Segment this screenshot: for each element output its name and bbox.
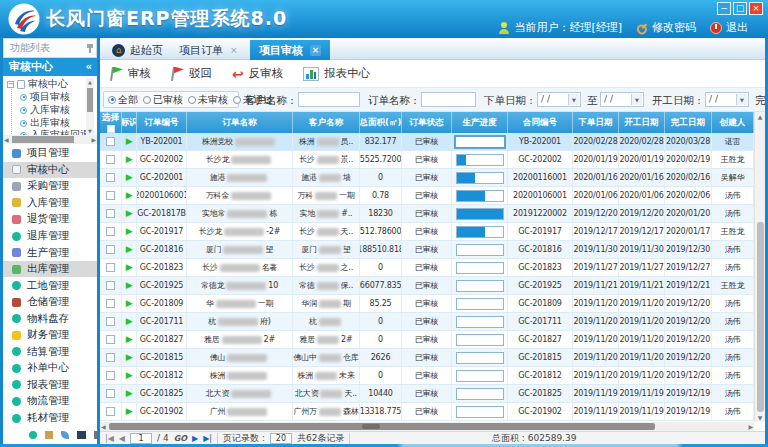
page-number-input[interactable]: 1 [130,433,152,444]
row-checkbox[interactable] [106,227,115,236]
table-row[interactable]: ▶20200106001万科金万科一期0.78已审核20200106001202… [100,187,754,205]
sidebar-item-site[interactable]: 工地管理 [3,277,97,294]
column-header[interactable]: 订单状态 [402,112,452,133]
last-page-button[interactable]: ▶| [203,434,212,443]
sidebar-item-settlement[interactable]: 结算管理 [3,344,97,361]
report-center-button[interactable]: 报表中心 [303,66,370,81]
scroll-right-icon[interactable]: ▶ [91,136,96,143]
sidebar-item-supplement[interactable]: 补单中心 [3,360,97,377]
logout-button[interactable]: 退出 [710,20,748,35]
column-header[interactable]: 总面积(㎡) [360,112,402,133]
column-header[interactable]: 开工日期 [619,112,665,133]
table-row[interactable]: ▶GC-201815佛山佛山中仓库2626已审核GC-2018152019/11… [100,349,754,367]
pin-icon[interactable] [89,44,91,53]
row-checkbox[interactable] [106,281,115,290]
scrollbar-grip[interactable] [362,424,380,429]
column-header[interactable]: 客户名称 [293,112,360,133]
sidebar-item-warehouse[interactable]: 仓储管理 [3,294,97,311]
scroll-down-icon[interactable]: ▼ [86,128,94,134]
sidebar-item-returns[interactable]: 退货管理 [3,211,97,228]
table-row[interactable]: ▶GC-201925常德龙10常德保..266077.835..已审核GC-20… [100,277,754,295]
row-checkbox[interactable] [106,191,115,200]
row-checkbox[interactable] [106,389,115,398]
radio-unaudited[interactable]: 未审核 [188,93,228,107]
scroll-left-icon[interactable]: ◀ [101,423,106,430]
tree-vertical-scrollbar[interactable]: ▲ ▼ [86,78,94,135]
tab-close-icon[interactable]: × [310,45,321,56]
table-row[interactable]: ▶YB-202001株洲党校株洲员..832.177已审核YB-20200120… [100,133,754,151]
sidebar-item-logistics[interactable]: 物流管理 [3,393,97,410]
sidebar-item-audit-center[interactable]: 审核中心 [3,162,97,179]
table-row[interactable]: ▶GC-201711杭府)杭0已审核GC-2017112019/11/20201… [100,313,754,331]
table-row[interactable]: ▶GC-201825北大资北大资天..10440已审核GC-2018252019… [100,385,754,403]
scrollbar-thumb[interactable] [12,136,74,143]
sidebar-item-inventory[interactable]: 物料盘存 [3,310,97,327]
row-checkbox[interactable] [106,155,115,164]
tree-item-project-audit[interactable]: 项目审核 [20,90,70,104]
sidebar-section-header[interactable]: 审核中心 « [3,58,97,76]
table-row[interactable]: ▶GC-201812株洲株洲未来0已审核GC-2018122019/11/202… [100,367,754,385]
tab-close-icon[interactable]: × [230,45,238,55]
collapse-icon[interactable]: « [86,58,92,76]
row-checkbox[interactable] [106,353,115,362]
table-row[interactable]: ▶GC-201817B实地常栋实地#..18230已审核201912200022… [100,205,754,223]
cart-icon[interactable] [45,431,53,439]
table-row[interactable]: ▶GC-201827雅居2#雅居2#0已审核GC-2018272019/11/2… [100,331,754,349]
sidebar-item-purchase[interactable]: 采购管理 [3,178,97,195]
row-checkbox[interactable] [106,263,115,272]
maximize-button[interactable]: □ [733,2,747,15]
column-header[interactable]: 订单编号 [137,112,187,133]
sidebar-item-production[interactable]: 生产管理 [3,244,97,261]
tree-item-inbound-audit[interactable]: 入库审核 [20,103,70,117]
order-name-input[interactable] [421,92,476,107]
sidebar-item-project[interactable]: 项目管理 [3,145,97,162]
sidebar-item-inbound[interactable]: 入库管理 [3,195,97,212]
column-header[interactable]: 标识 [122,112,137,133]
column-header[interactable]: 合同编号 [508,112,573,133]
table-row[interactable]: ▶GC-201917长沙龙-2#长沙天..8512.78600..已审核GC-2… [100,223,754,241]
unaudit-button[interactable]: ↩ 反审核 [232,66,283,81]
dropdown-icon[interactable]: ▼ [631,94,642,105]
scroll-up-icon[interactable]: ▲ [755,113,765,120]
tab-home[interactable]: ⌂ 起始页 [103,40,172,60]
table-horizontal-scrollbar[interactable]: ◀ ▶ [100,422,754,431]
order-date-input[interactable]: / /▼ [537,92,581,107]
scroll-up-icon[interactable]: ▲ [86,79,94,85]
scrollbar-thumb[interactable] [109,423,655,430]
start-date-input[interactable]: / /▼ [705,92,749,107]
select-all-checkbox[interactable] [107,125,115,133]
table-row[interactable]: ▶GC-201902广州广州万森林13318.775已审核GC-20190220… [100,403,754,421]
tab-project-orders[interactable]: 项目订单 × [170,40,247,60]
change-password-button[interactable]: 修改密码 [636,20,696,35]
dropdown-icon[interactable]: ▼ [736,94,747,105]
leaf-icon[interactable] [61,431,69,439]
radio-all[interactable]: 全部 [108,93,138,107]
book-icon[interactable] [77,431,86,439]
table-row[interactable]: ▶GC-202002长沙龙长沙景..65525.7200..已审核GC-2020… [100,151,754,169]
row-checkbox[interactable] [106,173,115,182]
sidebar-item-return-store[interactable]: 退库管理 [3,228,97,245]
minimize-button[interactable]: − [717,2,731,15]
scroll-down-icon[interactable]: ▼ [755,414,765,421]
next-page-button[interactable]: ▶ [192,434,198,443]
row-checkbox[interactable] [106,209,115,218]
module-dot-icon[interactable] [29,431,37,439]
row-checkbox[interactable] [106,245,115,254]
sidebar-item-finance[interactable]: 财务管理 [3,327,97,344]
order-date-end-input[interactable]: / /▼ [600,92,644,107]
table-vertical-scrollbar[interactable]: ▲ ▼ [754,112,765,422]
row-checkbox[interactable] [106,407,115,416]
column-header[interactable]: 下单日期 [573,112,619,133]
radio-audited[interactable]: 已审核 [143,93,183,107]
row-checkbox[interactable] [106,299,115,308]
sidebar-item-outbound[interactable]: 出库管理 [3,261,97,278]
tab-project-audit[interactable]: 项目审核 × [250,40,330,60]
reject-button[interactable]: 驳回 [171,66,212,81]
first-page-button[interactable]: |◀ [105,434,114,443]
column-header[interactable]: 创建人 [712,112,754,133]
more-icon[interactable] [94,431,97,439]
tree-horizontal-scrollbar[interactable]: ◀ ▶ [3,135,97,144]
table-row[interactable]: ▶GC-202001施港施港墙0已审核202001160012020/01/16… [100,169,754,187]
sidebar-item-consumables[interactable]: 耗材管理 [3,410,97,427]
scrollbar-thumb[interactable] [757,222,764,412]
